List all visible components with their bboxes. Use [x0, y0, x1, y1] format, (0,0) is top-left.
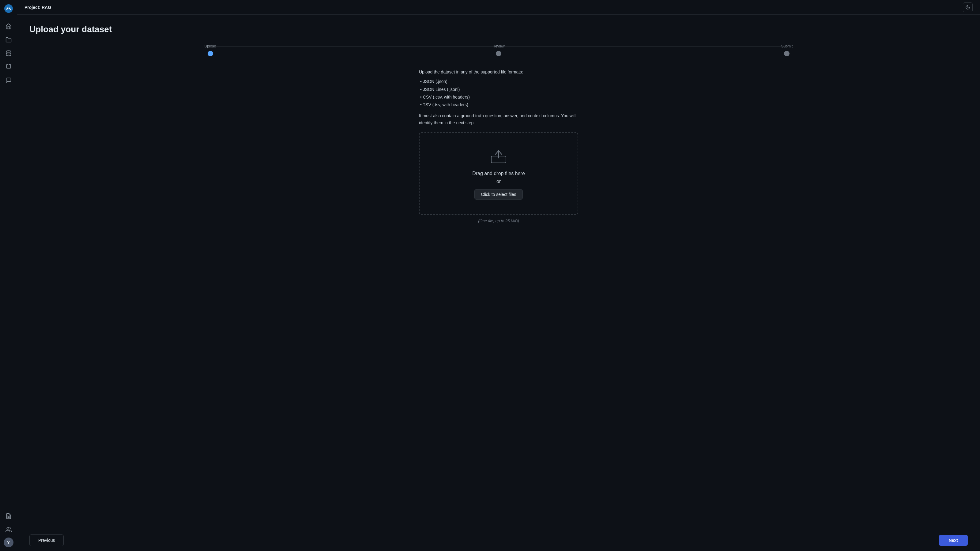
step-submit: Submit — [643, 44, 931, 56]
svg-rect-2 — [8, 64, 9, 65]
topbar-actions — [963, 2, 973, 12]
sidebar: Y — [0, 0, 17, 551]
file-limit-text: (One file, up to 25 MiB) — [419, 219, 578, 223]
svg-point-1 — [6, 51, 11, 52]
stepper: Upload Review Submit — [29, 44, 968, 56]
format-list: JSON (.json) JSON Lines (.jsonl) CSV (.c… — [419, 78, 578, 109]
description-note: It must also contain a ground truth ques… — [419, 112, 578, 126]
sidebar-item-docs[interactable] — [3, 511, 14, 522]
project-title: Project: RAG — [24, 5, 51, 10]
app-logo[interactable] — [4, 4, 13, 13]
step-upload-label: Upload — [205, 44, 216, 48]
sidebar-item-database[interactable] — [3, 48, 14, 59]
main-content: Project: RAG Upload your dataset Upload … — [17, 0, 980, 551]
upload-dropzone[interactable]: Drag and drop files here or Click to sel… — [419, 132, 578, 215]
previous-button[interactable]: Previous — [29, 535, 64, 546]
topbar: Project: RAG — [17, 0, 980, 15]
step-review: Review — [354, 44, 643, 56]
footer: Previous Next — [17, 529, 980, 551]
format-item-json: JSON (.json) — [419, 78, 578, 86]
theme-toggle-button[interactable] — [963, 2, 973, 12]
page-content: Upload your dataset Upload Review Submit… — [17, 15, 980, 529]
svg-point-0 — [4, 4, 13, 13]
description-intro: Upload the dataset in any of the support… — [419, 68, 578, 75]
drag-drop-text: Drag and drop files here — [472, 171, 525, 176]
step-upload-dot — [208, 51, 213, 56]
step-upload: Upload — [66, 44, 354, 56]
upload-icon — [490, 148, 507, 165]
format-item-tsv: TSV (.tsv, with headers) — [419, 101, 578, 109]
format-item-csv: CSV (.csv, with headers) — [419, 94, 578, 101]
description-section: Upload the dataset in any of the support… — [419, 68, 578, 223]
step-submit-dot — [784, 51, 789, 56]
page-title: Upload your dataset — [29, 24, 968, 34]
svg-point-5 — [7, 527, 9, 530]
sidebar-item-home[interactable] — [3, 21, 14, 32]
select-files-button[interactable]: Click to select files — [474, 189, 522, 200]
next-button[interactable]: Next — [939, 535, 968, 546]
step-review-label: Review — [492, 44, 504, 48]
user-avatar[interactable]: Y — [4, 538, 13, 547]
sidebar-item-users[interactable] — [3, 524, 14, 535]
sidebar-item-lab[interactable] — [3, 61, 14, 72]
step-review-dot — [496, 51, 501, 56]
format-item-jsonl: JSON Lines (.jsonl) — [419, 86, 578, 94]
step-submit-label: Submit — [781, 44, 792, 48]
sidebar-item-files[interactable] — [3, 34, 14, 45]
sidebar-item-chat[interactable] — [3, 75, 14, 86]
or-text: or — [496, 179, 501, 184]
